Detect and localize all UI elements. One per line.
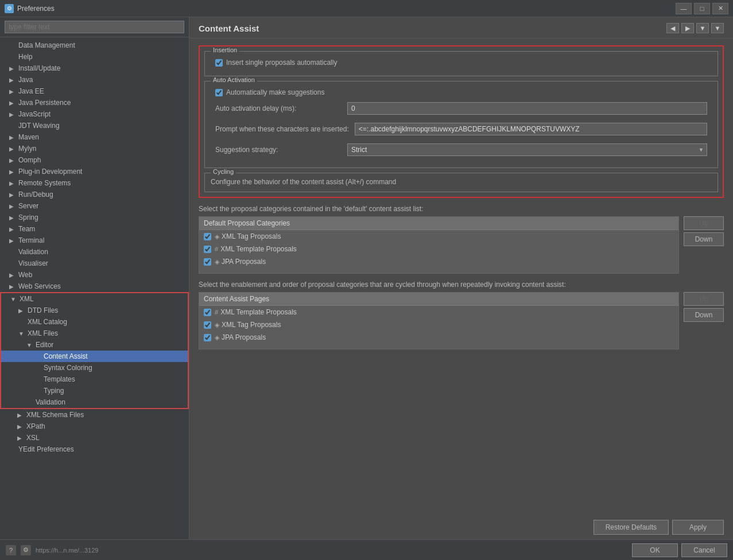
default-xml-template-checkbox[interactable] [204,246,211,253]
maximize-button[interactable]: □ [694,3,710,14]
xml-template-icon: # [215,246,218,252]
app-icon: ⚙ [5,4,14,13]
arrow-icon-xml: ▼ [10,296,17,302]
cycling-group-label: Cycling [211,168,236,175]
sidebar-item-xml-files[interactable]: ▼XML Files [0,328,189,339]
title-bar-controls: — □ ✕ [676,3,728,14]
sidebar-item-templates[interactable]: Templates [0,374,189,385]
insert-single-checkbox[interactable] [215,59,223,67]
sidebar-item-java[interactable]: ▶Java [0,74,189,85]
assist-up-button[interactable]: Up [684,292,724,306]
sidebar-item-xsl[interactable]: ▶XSL [0,432,189,444]
sidebar-item-label-spring: Spring [18,213,38,221]
sidebar-item-server[interactable]: ▶Server [0,200,189,212]
arrow-icon-terminal: ▶ [9,238,16,244]
auto-suggest-checkbox[interactable] [215,89,223,96]
assist-xml-tag-checkbox[interactable] [204,321,211,329]
ok-button[interactable]: OK [632,543,678,557]
sidebar-item-label-remote-systems: Remote Systems [18,179,71,187]
sidebar-item-remote-systems[interactable]: ▶Remote Systems [0,177,189,189]
minimize-button[interactable]: — [676,3,692,14]
sidebar-item-install-update[interactable]: ▶Install/Update [0,63,189,74]
default-xml-tag-checkbox[interactable] [204,233,211,240]
sidebar-item-xml[interactable]: ▼XML [0,292,189,305]
sidebar-item-xml-schema-files[interactable]: ▶XML Schema Files [0,409,189,421]
sidebar-item-content-assist[interactable]: Content Assist [0,351,189,362]
assist-xml-template-checkbox[interactable] [204,309,211,316]
delay-input[interactable] [347,102,707,115]
arrow-icon-server: ▶ [9,203,16,209]
default-up-button[interactable]: Up [684,216,724,230]
sidebar-item-label-oomph: Oomph [18,156,41,164]
sidebar-item-data-management[interactable]: Data Management [0,40,189,51]
sidebar-item-java-persistence[interactable]: ▶Java Persistence [0,97,189,108]
sidebar-item-help[interactable]: Help [0,51,189,63]
assist-down-button[interactable]: Down [684,308,724,322]
sidebar-item-syntax-coloring[interactable]: Syntax Coloring [0,362,189,374]
sidebar-item-plugin-dev[interactable]: ▶Plug-in Development [0,166,189,177]
default-proposals-btns: Up Down [684,216,724,246]
arrow-icon-oomph: ▶ [9,157,16,164]
sidebar-item-web-services[interactable]: ▶Web Services [0,281,189,292]
sidebar-item-spring[interactable]: ▶Spring [0,212,189,223]
default-down-button[interactable]: Down [684,232,724,246]
cycling-group: Cycling Configure the behavior of the co… [204,173,718,192]
sidebar-item-web[interactable]: ▶Web [0,269,189,281]
default-proposals-section: Select the proposal categories contained… [199,205,724,274]
jpa-icon: ◈ [215,258,219,266]
sidebar-item-label-java-persistence: Java Persistence [18,99,71,107]
nav-menu-button[interactable]: ▼ [711,23,724,33]
assist-xml-tag-row: ◈ XML Tag Proposals [199,318,678,331]
sidebar-item-validation[interactable]: Validation [0,246,189,258]
sidebar-item-label-javascript: JavaScript [18,110,51,118]
sidebar-item-label-syntax-coloring: Syntax Coloring [44,364,92,372]
sidebar-item-maven[interactable]: ▶Maven [0,131,189,143]
sidebar-item-java-ee[interactable]: ▶Java EE [0,85,189,97]
delay-label: Auto activation delay (ms): [215,104,342,112]
nav-down-button[interactable]: ▼ [696,23,709,33]
cycling-text: Configure the behavior of the content as… [211,177,712,187]
apply-button[interactable]: Apply [672,520,724,535]
default-jpa-checkbox[interactable] [204,258,211,266]
arrow-icon-run-debug: ▶ [9,192,16,198]
sidebar-item-xml-validation[interactable]: Validation [0,396,189,409]
help-icon[interactable]: ? [6,545,16,555]
sidebar-item-xpath[interactable]: ▶XPath [0,421,189,432]
sidebar-item-dtd-files[interactable]: ▶DTD Files [0,305,189,316]
prompt-input[interactable] [355,123,707,135]
arrow-icon-editor: ▼ [26,342,33,348]
sidebar-item-jdt-weaving[interactable]: JDT Weaving [0,120,189,131]
sidebar-item-javascript[interactable]: ▶JavaScript [0,108,189,120]
sidebar-item-terminal[interactable]: ▶Terminal [0,235,189,246]
sidebar-item-team[interactable]: ▶Team [0,223,189,235]
sidebar-item-label-java-ee: Java EE [18,87,44,95]
sidebar-item-mylyn[interactable]: ▶Mylyn [0,143,189,154]
arrow-icon-java-persistence: ▶ [9,100,16,106]
strategy-select[interactable]: Strict Liberal [347,143,707,156]
action-row: Restore Defaults Apply [189,515,733,539]
sidebar-item-oomph[interactable]: ▶Oomph [0,154,189,166]
sidebar-item-visualiser[interactable]: Visualiser [0,258,189,269]
auto-activation-group: Auto Activation Automatically make sugge… [204,81,718,168]
sidebar-item-label-run-debug: Run/Debug [18,190,53,199]
assist-jpa-checkbox[interactable] [204,334,211,341]
arrow-icon-xml-files: ▼ [18,330,25,337]
cancel-button[interactable]: Cancel [681,543,727,557]
sidebar-item-typing[interactable]: Typing [0,385,189,396]
sidebar-item-editor[interactable]: ▼Editor [0,339,189,351]
settings-icon[interactable]: ⚙ [21,545,31,555]
arrow-icon-web-services: ▶ [9,283,16,290]
nav-forward-button[interactable]: ▶ [681,23,694,33]
sidebar-item-yedit-prefs[interactable]: YEdit Preferences [0,444,189,455]
restore-defaults-button[interactable]: Restore Defaults [594,520,669,535]
nav-back-button[interactable]: ◀ [666,23,679,33]
assist-pages-section: Select the enablement and order of propo… [199,281,724,349]
search-input[interactable] [5,21,184,33]
assist-jpa-row: ◈ JPA Proposals [199,331,678,344]
sidebar-item-xml-catalog[interactable]: XML Catalog [0,316,189,328]
sidebar-item-label-validation: Validation [18,248,48,256]
sidebar-item-run-debug[interactable]: ▶Run/Debug [0,189,189,200]
assist-xml-template-row: # XML Template Proposals [199,306,678,318]
close-button[interactable]: ✕ [712,3,728,14]
content-scroll: Insertion Insert single proposals automa… [189,38,733,515]
